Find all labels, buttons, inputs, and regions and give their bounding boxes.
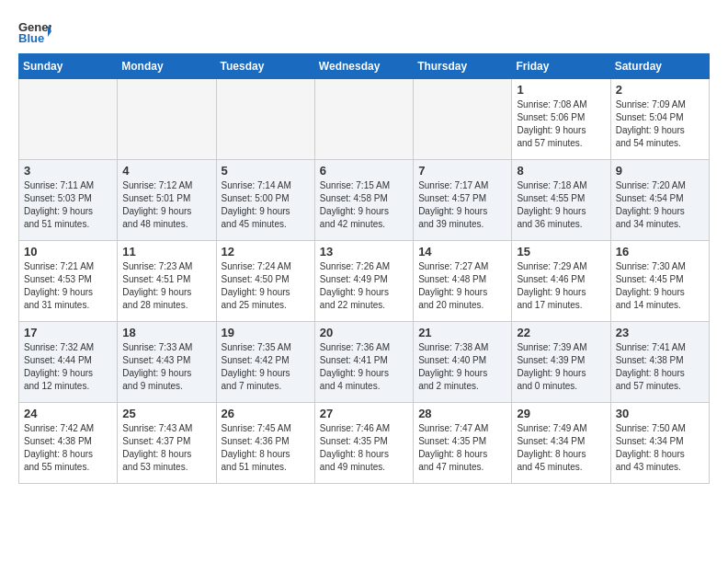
day-number: 19 bbox=[222, 326, 310, 339]
calendar-cell: 13Sunrise: 7:26 AM Sunset: 4:49 PM Dayli… bbox=[314, 241, 413, 322]
day-info: Sunrise: 7:08 AM Sunset: 5:06 PM Dayligh… bbox=[517, 98, 605, 150]
day-number: 14 bbox=[418, 245, 506, 259]
calendar-cell: 6Sunrise: 7:15 AM Sunset: 4:58 PM Daylig… bbox=[314, 160, 413, 241]
weekday-header-thursday: Thursday bbox=[414, 54, 512, 79]
calendar-cell: 29Sunrise: 7:49 AM Sunset: 4:34 PM Dayli… bbox=[512, 403, 610, 484]
day-info: Sunrise: 7:36 AM Sunset: 4:41 PM Dayligh… bbox=[320, 341, 408, 393]
day-info: Sunrise: 7:42 AM Sunset: 4:38 PM Dayligh… bbox=[24, 422, 112, 474]
week-row-0: 1Sunrise: 7:08 AM Sunset: 5:06 PM Daylig… bbox=[19, 79, 710, 160]
day-number: 29 bbox=[517, 407, 605, 420]
weekday-header-tuesday: Tuesday bbox=[216, 54, 314, 79]
day-number: 27 bbox=[320, 407, 408, 420]
day-number: 16 bbox=[616, 245, 704, 259]
day-number: 11 bbox=[122, 245, 210, 259]
day-info: Sunrise: 7:24 AM Sunset: 4:50 PM Dayligh… bbox=[222, 260, 310, 312]
day-number: 7 bbox=[418, 164, 506, 178]
calendar-cell: 1Sunrise: 7:08 AM Sunset: 5:06 PM Daylig… bbox=[512, 79, 610, 160]
day-info: Sunrise: 7:09 AM Sunset: 5:04 PM Dayligh… bbox=[616, 98, 704, 150]
day-number: 17 bbox=[24, 326, 112, 339]
day-info: Sunrise: 7:38 AM Sunset: 4:40 PM Dayligh… bbox=[418, 341, 506, 393]
day-info: Sunrise: 7:35 AM Sunset: 4:42 PM Dayligh… bbox=[222, 341, 310, 393]
calendar-cell: 17Sunrise: 7:32 AM Sunset: 4:44 PM Dayli… bbox=[19, 322, 118, 403]
day-info: Sunrise: 7:41 AM Sunset: 4:38 PM Dayligh… bbox=[616, 341, 704, 393]
day-number: 24 bbox=[24, 407, 112, 420]
day-info: Sunrise: 7:43 AM Sunset: 4:37 PM Dayligh… bbox=[122, 422, 210, 474]
day-info: Sunrise: 7:29 AM Sunset: 4:46 PM Dayligh… bbox=[517, 260, 605, 312]
calendar-cell bbox=[118, 79, 216, 160]
day-info: Sunrise: 7:45 AM Sunset: 4:36 PM Dayligh… bbox=[222, 422, 310, 474]
calendar-cell: 16Sunrise: 7:30 AM Sunset: 4:45 PM Dayli… bbox=[610, 241, 709, 322]
calendar-cell: 23Sunrise: 7:41 AM Sunset: 4:38 PM Dayli… bbox=[610, 322, 709, 403]
calendar-cell: 14Sunrise: 7:27 AM Sunset: 4:48 PM Dayli… bbox=[414, 241, 512, 322]
calendar-cell: 3Sunrise: 7:11 AM Sunset: 5:03 PM Daylig… bbox=[19, 160, 118, 241]
day-info: Sunrise: 7:39 AM Sunset: 4:39 PM Dayligh… bbox=[517, 341, 605, 393]
day-number: 13 bbox=[320, 245, 408, 259]
week-row-1: 3Sunrise: 7:11 AM Sunset: 5:03 PM Daylig… bbox=[19, 160, 710, 241]
day-number: 8 bbox=[517, 164, 605, 178]
svg-text:Blue: Blue bbox=[18, 31, 44, 44]
day-number: 22 bbox=[517, 326, 605, 339]
week-row-4: 24Sunrise: 7:42 AM Sunset: 4:38 PM Dayli… bbox=[19, 403, 710, 484]
week-row-3: 17Sunrise: 7:32 AM Sunset: 4:44 PM Dayli… bbox=[19, 322, 710, 403]
day-number: 9 bbox=[616, 164, 704, 178]
calendar-cell: 19Sunrise: 7:35 AM Sunset: 4:42 PM Dayli… bbox=[216, 322, 314, 403]
day-info: Sunrise: 7:27 AM Sunset: 4:48 PM Dayligh… bbox=[418, 260, 506, 312]
day-number: 21 bbox=[418, 326, 506, 339]
calendar-cell bbox=[216, 79, 314, 160]
day-number: 30 bbox=[616, 407, 704, 420]
day-number: 5 bbox=[222, 164, 310, 178]
calendar-cell: 26Sunrise: 7:45 AM Sunset: 4:36 PM Dayli… bbox=[216, 403, 314, 484]
day-info: Sunrise: 7:15 AM Sunset: 4:58 PM Dayligh… bbox=[320, 179, 408, 231]
day-info: Sunrise: 7:18 AM Sunset: 4:55 PM Dayligh… bbox=[517, 179, 605, 231]
weekday-header-saturday: Saturday bbox=[610, 54, 709, 79]
weekday-header-monday: Monday bbox=[118, 54, 216, 79]
logo: General Blue bbox=[18, 18, 51, 44]
day-info: Sunrise: 7:12 AM Sunset: 5:01 PM Dayligh… bbox=[122, 179, 210, 231]
day-number: 4 bbox=[122, 164, 210, 178]
day-info: Sunrise: 7:14 AM Sunset: 5:00 PM Dayligh… bbox=[222, 179, 310, 231]
weekday-header-friday: Friday bbox=[512, 54, 610, 79]
day-number: 3 bbox=[24, 164, 112, 178]
calendar-cell: 8Sunrise: 7:18 AM Sunset: 4:55 PM Daylig… bbox=[512, 160, 610, 241]
day-info: Sunrise: 7:17 AM Sunset: 4:57 PM Dayligh… bbox=[418, 179, 506, 231]
weekday-header-row: SundayMondayTuesdayWednesdayThursdayFrid… bbox=[19, 54, 710, 79]
day-info: Sunrise: 7:32 AM Sunset: 4:44 PM Dayligh… bbox=[24, 341, 112, 393]
calendar-cell: 9Sunrise: 7:20 AM Sunset: 4:54 PM Daylig… bbox=[610, 160, 709, 241]
day-number: 10 bbox=[24, 245, 112, 259]
weekday-header-wednesday: Wednesday bbox=[314, 54, 413, 79]
calendar-cell: 5Sunrise: 7:14 AM Sunset: 5:00 PM Daylig… bbox=[216, 160, 314, 241]
day-number: 2 bbox=[616, 83, 704, 97]
calendar-cell: 4Sunrise: 7:12 AM Sunset: 5:01 PM Daylig… bbox=[118, 160, 216, 241]
day-number: 12 bbox=[222, 245, 310, 259]
calendar-cell: 22Sunrise: 7:39 AM Sunset: 4:39 PM Dayli… bbox=[512, 322, 610, 403]
calendar-cell: 12Sunrise: 7:24 AM Sunset: 4:50 PM Dayli… bbox=[216, 241, 314, 322]
day-info: Sunrise: 7:33 AM Sunset: 4:43 PM Dayligh… bbox=[122, 341, 210, 393]
day-info: Sunrise: 7:49 AM Sunset: 4:34 PM Dayligh… bbox=[517, 422, 605, 474]
calendar-cell: 21Sunrise: 7:38 AM Sunset: 4:40 PM Dayli… bbox=[414, 322, 512, 403]
day-info: Sunrise: 7:50 AM Sunset: 4:34 PM Dayligh… bbox=[616, 422, 704, 474]
day-info: Sunrise: 7:21 AM Sunset: 4:53 PM Dayligh… bbox=[24, 260, 112, 312]
calendar-cell: 27Sunrise: 7:46 AM Sunset: 4:35 PM Dayli… bbox=[314, 403, 413, 484]
day-number: 1 bbox=[517, 83, 605, 97]
day-number: 23 bbox=[616, 326, 704, 339]
week-row-2: 10Sunrise: 7:21 AM Sunset: 4:53 PM Dayli… bbox=[19, 241, 710, 322]
calendar-cell: 28Sunrise: 7:47 AM Sunset: 4:35 PM Dayli… bbox=[414, 403, 512, 484]
calendar-cell: 20Sunrise: 7:36 AM Sunset: 4:41 PM Dayli… bbox=[314, 322, 413, 403]
calendar-cell: 15Sunrise: 7:29 AM Sunset: 4:46 PM Dayli… bbox=[512, 241, 610, 322]
day-info: Sunrise: 7:23 AM Sunset: 4:51 PM Dayligh… bbox=[122, 260, 210, 312]
calendar-cell: 7Sunrise: 7:17 AM Sunset: 4:57 PM Daylig… bbox=[414, 160, 512, 241]
calendar-cell bbox=[414, 79, 512, 160]
calendar-cell: 18Sunrise: 7:33 AM Sunset: 4:43 PM Dayli… bbox=[118, 322, 216, 403]
page-header: General Blue bbox=[18, 18, 710, 44]
calendar-cell: 11Sunrise: 7:23 AM Sunset: 4:51 PM Dayli… bbox=[118, 241, 216, 322]
calendar-cell: 2Sunrise: 7:09 AM Sunset: 5:04 PM Daylig… bbox=[610, 79, 709, 160]
day-number: 6 bbox=[320, 164, 408, 178]
day-info: Sunrise: 7:11 AM Sunset: 5:03 PM Dayligh… bbox=[24, 179, 112, 231]
day-info: Sunrise: 7:47 AM Sunset: 4:35 PM Dayligh… bbox=[418, 422, 506, 474]
day-info: Sunrise: 7:26 AM Sunset: 4:49 PM Dayligh… bbox=[320, 260, 408, 312]
calendar-cell: 24Sunrise: 7:42 AM Sunset: 4:38 PM Dayli… bbox=[19, 403, 118, 484]
day-number: 25 bbox=[122, 407, 210, 420]
calendar-cell bbox=[314, 79, 413, 160]
calendar-table: SundayMondayTuesdayWednesdayThursdayFrid… bbox=[18, 53, 710, 484]
day-info: Sunrise: 7:46 AM Sunset: 4:35 PM Dayligh… bbox=[320, 422, 408, 474]
